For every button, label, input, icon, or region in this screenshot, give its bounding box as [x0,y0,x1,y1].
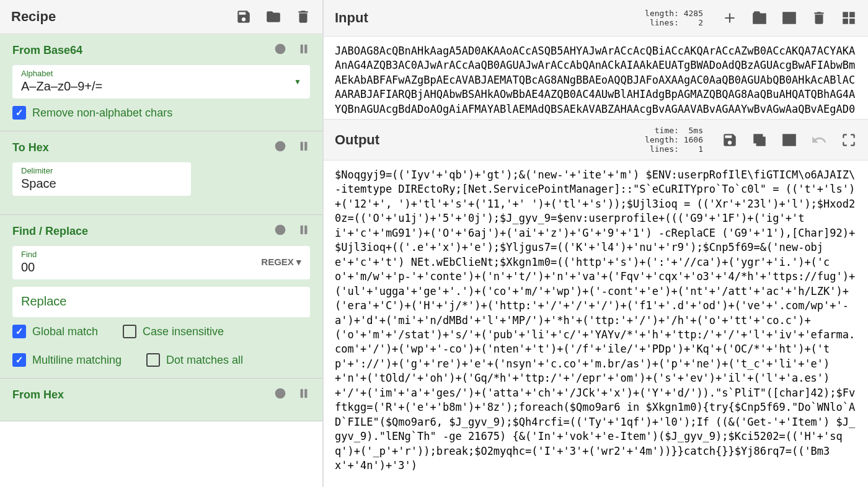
recipe-header: Recipe [0,0,322,34]
undo-icon[interactable] [811,132,827,148]
dot-all-checkbox[interactable]: Dot matches all [146,353,243,367]
trash-icon[interactable] [295,9,311,25]
output-textarea[interactable]: $Noqgyj9=(('Iyv'+'qb')+'gt');&('new-'+'i… [324,160,868,487]
pause-icon[interactable] [298,140,310,155]
operations-list: From Base64 Alphabet A–Za–z0–9+/= ▼ Remo… [0,34,322,487]
input-header: Input length: 4285 lines: 2 [324,0,868,37]
disable-icon[interactable] [274,140,286,155]
recipe-pane: Recipe From Base64 Alphabet A–Za–z0–9+/=… [0,0,324,487]
fullscreen-icon[interactable] [841,132,857,148]
regex-mode[interactable]: REGEX ▾ [261,257,301,268]
output-stats: time: 5ms length: 1606 lines: 1 [645,126,703,154]
pause-icon[interactable] [298,387,310,402]
input-title: Input [335,10,368,26]
find-input[interactable]: Find 00 REGEX ▾ [12,246,310,279]
remove-non-alphabet-checkbox[interactable]: Remove non-alphabet chars [12,106,172,120]
input-to-output-icon[interactable] [781,10,797,26]
op-from-base64: From Base64 Alphabet A–Za–z0–9+/= ▼ Remo… [0,34,322,131]
global-match-checkbox[interactable]: Global match [12,325,98,338]
pause-icon[interactable] [298,43,310,58]
output-title: Output [335,132,379,148]
op-title: To Hex [12,141,49,154]
replace-input[interactable]: Replace [12,287,310,317]
layout-icon[interactable] [841,10,857,26]
output-header: Output time: 5ms length: 1606 lines: 1 [324,120,868,160]
alphabet-select[interactable]: Alphabet A–Za–z0–9+/= ▼ [12,65,310,99]
recipe-actions [236,9,311,25]
disable-icon[interactable] [274,43,286,58]
input-textarea[interactable]: JABOAG8AcQBnAHkAagA5AD0AKAAoACcASQB5AHYA… [324,37,868,120]
multiline-checkbox[interactable]: Multiline matching [12,353,122,367]
disable-icon[interactable] [274,387,286,402]
add-tab-icon[interactable] [722,10,738,26]
op-title: From Hex [12,388,64,401]
svg-rect-11 [754,134,762,143]
delimiter-select[interactable]: Delimiter Space [12,162,191,196]
move-output-icon[interactable] [781,132,797,148]
recipe-title: Recipe [11,9,56,25]
op-title: Find / Replace [12,225,88,238]
save-output-icon[interactable] [722,132,738,148]
open-folder-icon[interactable] [751,10,768,26]
op-from-hex: From Hex [0,379,322,421]
op-to-hex: To Hex Delimiter Space [0,131,322,215]
copy-output-icon[interactable] [751,132,768,148]
chevron-down-icon: ▼ [294,77,301,86]
disable-icon[interactable] [274,224,286,239]
svg-rect-8 [753,14,766,24]
case-insensitive-checkbox[interactable]: Case insensitive [123,325,224,338]
folder-icon[interactable] [265,9,281,25]
input-stats: length: 4285 lines: 2 [645,9,703,27]
op-find-replace: Find / Replace Find 00 REGEX ▾ Replace [0,215,322,379]
save-icon[interactable] [236,9,252,25]
op-title: From Base64 [12,44,82,57]
pause-icon[interactable] [298,224,310,239]
clear-input-icon[interactable] [811,10,827,26]
io-pane: Input length: 4285 lines: 2 JABOAG8AcQBn… [324,0,868,487]
